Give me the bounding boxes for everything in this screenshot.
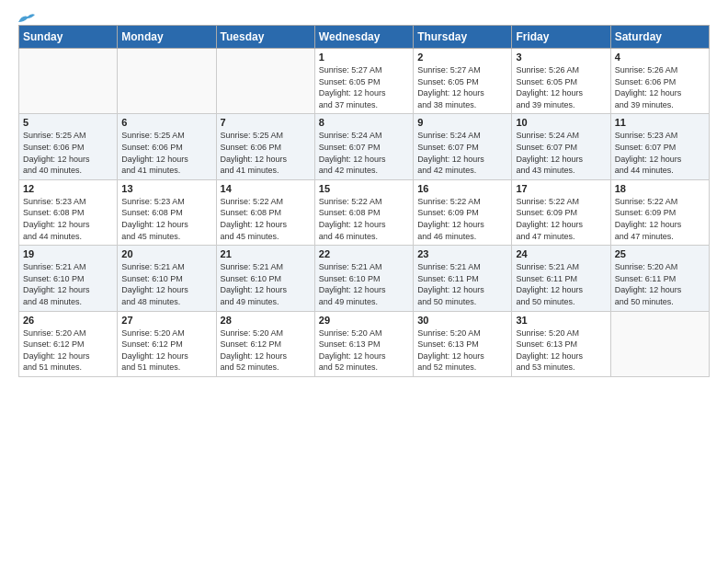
calendar-cell: 17Sunrise: 5:22 AM Sunset: 6:09 PM Dayli… — [512, 179, 610, 245]
day-number: 10 — [516, 117, 606, 128]
weekday-header: Tuesday — [216, 26, 314, 49]
calendar-cell: 29Sunrise: 5:20 AM Sunset: 6:13 PM Dayli… — [314, 311, 413, 376]
day-number: 15 — [319, 183, 409, 194]
calendar-cell: 3Sunrise: 5:26 AM Sunset: 6:05 PM Daylig… — [512, 49, 610, 114]
day-info: Sunrise: 5:24 AM Sunset: 6:07 PM Dayligh… — [516, 130, 606, 176]
calendar-cell: 15Sunrise: 5:22 AM Sunset: 6:08 PM Dayli… — [314, 179, 413, 245]
day-number: 31 — [516, 315, 606, 326]
calendar-cell: 31Sunrise: 5:20 AM Sunset: 6:13 PM Dayli… — [512, 311, 610, 376]
calendar-cell: 14Sunrise: 5:22 AM Sunset: 6:08 PM Dayli… — [216, 179, 314, 245]
day-info: Sunrise: 5:20 AM Sunset: 6:13 PM Dayligh… — [516, 327, 606, 373]
day-info: Sunrise: 5:27 AM Sunset: 6:05 PM Dayligh… — [319, 64, 409, 110]
calendar-cell: 19Sunrise: 5:21 AM Sunset: 6:10 PM Dayli… — [19, 246, 118, 311]
calendar-cell: 10Sunrise: 5:24 AM Sunset: 6:07 PM Dayli… — [512, 114, 610, 179]
day-info: Sunrise: 5:24 AM Sunset: 6:07 PM Dayligh… — [319, 130, 409, 176]
day-info: Sunrise: 5:20 AM Sunset: 6:12 PM Dayligh… — [221, 327, 311, 373]
calendar-cell: 18Sunrise: 5:22 AM Sunset: 6:09 PM Dayli… — [610, 179, 709, 245]
day-number: 24 — [516, 248, 606, 259]
calendar-cell: 7Sunrise: 5:25 AM Sunset: 6:06 PM Daylig… — [216, 114, 314, 179]
calendar-cell — [118, 49, 216, 114]
day-number: 9 — [417, 117, 507, 128]
logo-bird-icon — [17, 11, 35, 26]
day-info: Sunrise: 5:24 AM Sunset: 6:07 PM Dayligh… — [417, 130, 507, 176]
calendar-week-row: 5Sunrise: 5:25 AM Sunset: 6:06 PM Daylig… — [19, 114, 710, 179]
day-number: 14 — [221, 183, 311, 194]
day-info: Sunrise: 5:22 AM Sunset: 6:09 PM Dayligh… — [417, 196, 507, 242]
weekday-header: Wednesday — [314, 26, 413, 49]
day-info: Sunrise: 5:25 AM Sunset: 6:06 PM Dayligh… — [121, 130, 211, 176]
calendar-cell: 23Sunrise: 5:21 AM Sunset: 6:11 PM Dayli… — [414, 246, 512, 311]
weekday-header: Friday — [512, 26, 610, 49]
day-number: 16 — [417, 183, 507, 194]
day-info: Sunrise: 5:20 AM Sunset: 6:12 PM Dayligh… — [23, 327, 113, 373]
day-number: 7 — [221, 117, 311, 128]
calendar-cell: 22Sunrise: 5:21 AM Sunset: 6:10 PM Dayli… — [314, 246, 413, 311]
day-info: Sunrise: 5:21 AM Sunset: 6:10 PM Dayligh… — [221, 261, 311, 307]
day-number: 8 — [319, 117, 409, 128]
calendar-week-row: 12Sunrise: 5:23 AM Sunset: 6:08 PM Dayli… — [19, 179, 710, 245]
day-info: Sunrise: 5:25 AM Sunset: 6:06 PM Dayligh… — [23, 130, 113, 176]
day-number: 4 — [615, 52, 705, 63]
day-info: Sunrise: 5:21 AM Sunset: 6:11 PM Dayligh… — [417, 261, 507, 307]
calendar-cell: 28Sunrise: 5:20 AM Sunset: 6:12 PM Dayli… — [216, 311, 314, 376]
calendar-cell: 20Sunrise: 5:21 AM Sunset: 6:10 PM Dayli… — [118, 246, 216, 311]
day-number: 21 — [221, 248, 311, 259]
day-number: 27 — [121, 315, 211, 326]
day-number: 25 — [615, 248, 705, 259]
day-number: 11 — [615, 117, 705, 128]
weekday-header-row: SundayMondayTuesdayWednesdayThursdayFrid… — [19, 26, 710, 49]
calendar-cell: 8Sunrise: 5:24 AM Sunset: 6:07 PM Daylig… — [314, 114, 413, 179]
day-info: Sunrise: 5:23 AM Sunset: 6:08 PM Dayligh… — [121, 196, 211, 242]
calendar-cell: 5Sunrise: 5:25 AM Sunset: 6:06 PM Daylig… — [19, 114, 118, 179]
calendar-cell: 13Sunrise: 5:23 AM Sunset: 6:08 PM Dayli… — [118, 179, 216, 245]
day-info: Sunrise: 5:25 AM Sunset: 6:06 PM Dayligh… — [221, 130, 311, 176]
day-number: 23 — [417, 248, 507, 259]
day-number: 18 — [615, 183, 705, 194]
calendar-cell: 1Sunrise: 5:27 AM Sunset: 6:05 PM Daylig… — [314, 49, 413, 114]
weekday-header: Monday — [118, 26, 216, 49]
day-number: 13 — [121, 183, 211, 194]
day-number: 29 — [319, 315, 409, 326]
calendar-cell: 26Sunrise: 5:20 AM Sunset: 6:12 PM Dayli… — [19, 311, 118, 376]
day-number: 17 — [516, 183, 606, 194]
day-info: Sunrise: 5:22 AM Sunset: 6:08 PM Dayligh… — [319, 196, 409, 242]
day-info: Sunrise: 5:22 AM Sunset: 6:09 PM Dayligh… — [615, 196, 705, 242]
calendar-week-row: 26Sunrise: 5:20 AM Sunset: 6:12 PM Dayli… — [19, 311, 710, 376]
calendar-cell: 21Sunrise: 5:21 AM Sunset: 6:10 PM Dayli… — [216, 246, 314, 311]
day-info: Sunrise: 5:23 AM Sunset: 6:08 PM Dayligh… — [23, 196, 113, 242]
calendar-cell: 4Sunrise: 5:26 AM Sunset: 6:06 PM Daylig… — [610, 49, 709, 114]
day-number: 12 — [23, 183, 113, 194]
calendar-cell: 12Sunrise: 5:23 AM Sunset: 6:08 PM Dayli… — [19, 179, 118, 245]
day-number: 2 — [417, 52, 507, 63]
calendar-cell — [19, 49, 118, 114]
day-number: 6 — [121, 117, 211, 128]
calendar-week-row: 19Sunrise: 5:21 AM Sunset: 6:10 PM Dayli… — [19, 246, 710, 311]
day-info: Sunrise: 5:21 AM Sunset: 6:11 PM Dayligh… — [516, 261, 606, 307]
page-header — [9, 9, 719, 25]
day-info: Sunrise: 5:20 AM Sunset: 6:13 PM Dayligh… — [319, 327, 409, 373]
day-info: Sunrise: 5:27 AM Sunset: 6:05 PM Dayligh… — [417, 64, 507, 110]
day-info: Sunrise: 5:20 AM Sunset: 6:12 PM Dayligh… — [121, 327, 211, 373]
day-number: 30 — [417, 315, 507, 326]
calendar-cell: 2Sunrise: 5:27 AM Sunset: 6:05 PM Daylig… — [414, 49, 512, 114]
calendar-cell: 16Sunrise: 5:22 AM Sunset: 6:09 PM Dayli… — [414, 179, 512, 245]
day-number: 1 — [319, 52, 409, 63]
day-number: 20 — [121, 248, 211, 259]
calendar-cell: 24Sunrise: 5:21 AM Sunset: 6:11 PM Dayli… — [512, 246, 610, 311]
day-number: 28 — [221, 315, 311, 326]
day-number: 5 — [23, 117, 113, 128]
day-info: Sunrise: 5:26 AM Sunset: 6:05 PM Dayligh… — [516, 64, 606, 110]
day-info: Sunrise: 5:20 AM Sunset: 6:13 PM Dayligh… — [417, 327, 507, 373]
calendar-cell: 11Sunrise: 5:23 AM Sunset: 6:07 PM Dayli… — [610, 114, 709, 179]
calendar-cell — [216, 49, 314, 114]
day-number: 26 — [23, 315, 113, 326]
day-info: Sunrise: 5:22 AM Sunset: 6:08 PM Dayligh… — [221, 196, 311, 242]
day-info: Sunrise: 5:22 AM Sunset: 6:09 PM Dayligh… — [516, 196, 606, 242]
calendar-cell: 6Sunrise: 5:25 AM Sunset: 6:06 PM Daylig… — [118, 114, 216, 179]
weekday-header: Thursday — [414, 26, 512, 49]
day-info: Sunrise: 5:21 AM Sunset: 6:10 PM Dayligh… — [121, 261, 211, 307]
day-info: Sunrise: 5:20 AM Sunset: 6:11 PM Dayligh… — [615, 261, 705, 307]
day-info: Sunrise: 5:21 AM Sunset: 6:10 PM Dayligh… — [23, 261, 113, 307]
calendar-cell: 30Sunrise: 5:20 AM Sunset: 6:13 PM Dayli… — [414, 311, 512, 376]
calendar-cell — [610, 311, 709, 376]
